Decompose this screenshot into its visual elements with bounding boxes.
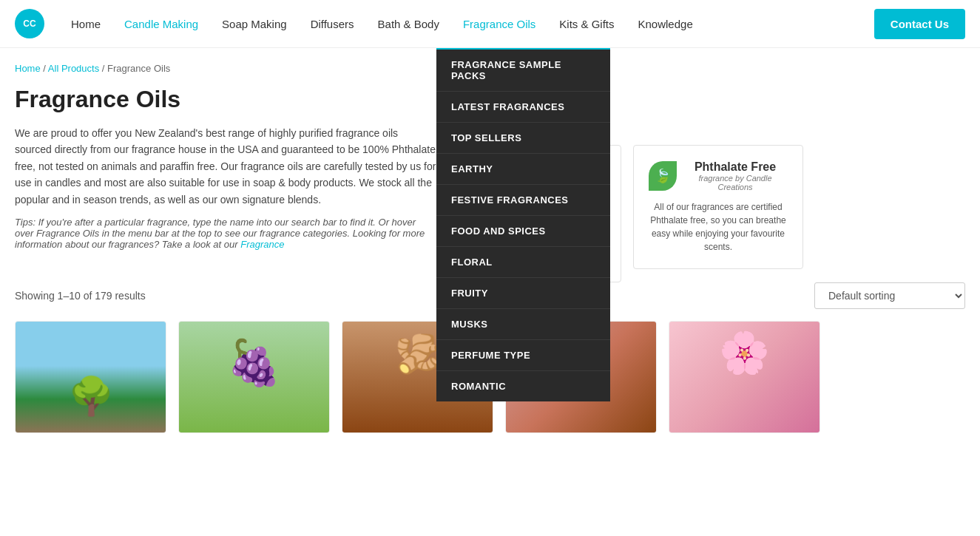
nav-link-kits-gifts[interactable]: Kits & Gifts [547, 0, 626, 48]
phthalate-title: Phthalate Free [683, 160, 788, 174]
logo[interactable]: CC [15, 9, 44, 38]
nav-link-knowledge[interactable]: Knowledge [626, 0, 705, 48]
nav-link-home[interactable]: Home [59, 0, 112, 48]
product-image-1 [16, 322, 166, 432]
contact-us-button[interactable]: Contact Us [874, 9, 965, 39]
nav-link-soap-making[interactable]: Soap Making [210, 0, 299, 48]
fragrance-oils-dropdown: FRAGRANCE SAMPLE PACKS LATEST FRAGRANCES… [436, 48, 610, 401]
dropdown-item-floral[interactable]: FLORAL [436, 247, 610, 278]
breadcrumb-current: Fragrance Oils [107, 63, 170, 74]
nav-link-diffusers[interactable]: Diffusers [299, 0, 366, 48]
phthalate-logo: 🍃 Phthalate Free fragrance by Candle Cre… [649, 160, 788, 191]
phthalate-badge-card: 🍃 Phthalate Free fragrance by Candle Cre… [633, 145, 803, 269]
nav-links: Home Candle Making Soap Making Diffusers… [59, 0, 874, 48]
phthalate-title-block: Phthalate Free fragrance by Candle Creat… [683, 160, 788, 191]
nav-link-candle-making[interactable]: Candle Making [112, 0, 210, 48]
dropdown-item-romantic[interactable]: ROMANTIC [436, 371, 610, 401]
breadcrumb-home-link[interactable]: Home [15, 63, 41, 74]
product-card-1[interactable] [15, 321, 166, 433]
product-card-2[interactable] [178, 321, 330, 433]
dropdown-item-top-sellers[interactable]: TOP SELLERS [436, 123, 610, 154]
left-content: Fragrance Oils We are proud to offer you… [15, 86, 436, 282]
nav-link-bath-body[interactable]: Bath & Body [366, 0, 451, 48]
page-tip-text: Tips: If you're after a particular fragr… [15, 217, 425, 250]
product-image-2 [179, 322, 329, 432]
navbar: CC Home Candle Making Soap Making Diffus… [0, 0, 980, 48]
phthalate-subtitle: fragrance by Candle Creations [683, 174, 788, 191]
nav-link-fragrance-oils[interactable]: Fragrance Oils [451, 0, 547, 48]
page-title: Fragrance Oils [15, 86, 436, 113]
phthalate-badge-description: All of our fragrances are certified Phth… [649, 200, 788, 254]
dropdown-item-earthy[interactable]: EARTHY [436, 154, 610, 185]
dropdown-item-musks[interactable]: MUSKS [436, 309, 610, 340]
dropdown-item-food-and-spices[interactable]: FOOD AND SPICES [436, 216, 610, 247]
dropdown-item-festive-fragrances[interactable]: FESTIVE FRAGRANCES [436, 185, 610, 216]
leaf-icon: 🍃 [649, 161, 677, 191]
dropdown-item-fragrance-sample-packs[interactable]: FRAGRANCE SAMPLE PACKS [436, 50, 610, 92]
results-count: Showing 1–10 of 179 results [15, 290, 146, 302]
page-description: We are proud to offer you New Zealand's … [15, 125, 436, 208]
product-card-5[interactable] [669, 321, 820, 433]
fragrance-link[interactable]: Fragrance [240, 239, 284, 250]
logo-icon: CC [15, 9, 44, 38]
dropdown-item-perfume-type[interactable]: PERFUME TYPE [436, 340, 610, 371]
dropdown-item-latest-fragrances[interactable]: LATEST FRAGRANCES [436, 92, 610, 123]
phthalate-logo-container: 🍃 Phthalate Free fragrance by Candle Cre… [649, 160, 788, 191]
breadcrumb-separator-2: / [102, 63, 107, 74]
page-wrapper: CC Home Candle Making Soap Making Diffus… [0, 0, 980, 448]
page-tip: Tips: If you're after a particular fragr… [15, 217, 436, 250]
breadcrumb-all-products-link[interactable]: All Products [48, 63, 99, 74]
product-image-5 [669, 322, 820, 432]
sort-select[interactable]: Default sorting Sort by popularity Sort … [814, 282, 965, 309]
dropdown-item-fruity[interactable]: FRUITY [436, 278, 610, 309]
